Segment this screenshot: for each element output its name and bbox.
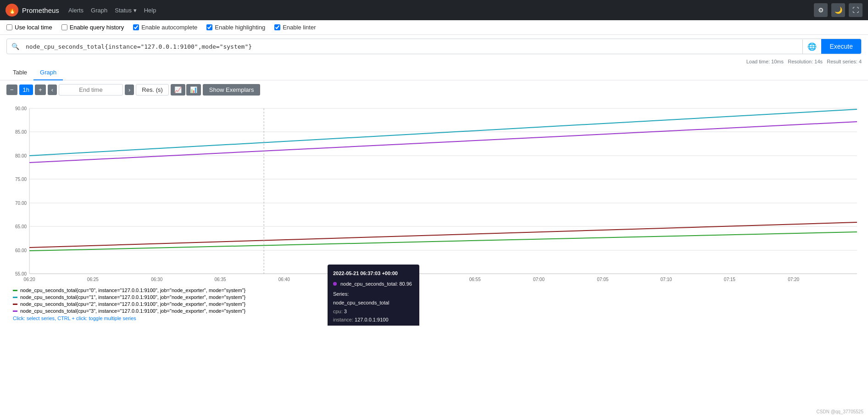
brand-name: Prometheus: [22, 6, 59, 14]
load-time: Load time: 10ms: [746, 59, 784, 64]
x-label-0720: 07:20: [788, 277, 799, 282]
duration-button[interactable]: 1h: [19, 85, 33, 95]
y-label-70: 70.00: [15, 201, 27, 206]
graph-toolbar: − 1h + ‹ › Res. (s) 📈 📊 Show Exemplars: [0, 80, 868, 99]
enable-linter-checkbox[interactable]: Enable linter: [274, 24, 316, 31]
y-label-85: 85.00: [15, 130, 27, 135]
stacked-chart-button[interactable]: 📊: [186, 84, 201, 96]
enable-autocomplete-input[interactable]: [133, 24, 139, 30]
legend-item-3[interactable]: node_cpu_seconds_total{cpu="3", instance…: [13, 308, 855, 314]
status-line: Load time: 10ms Resolution: 14s Result s…: [0, 58, 868, 65]
legend-color-0: [13, 290, 17, 291]
resolution-button[interactable]: Res. (s): [136, 84, 169, 96]
execute-button[interactable]: Execute: [821, 39, 861, 54]
x-label-0625: 06:25: [87, 277, 99, 282]
x-label-0700: 07:00: [533, 277, 545, 282]
result-series: Result series: 4: [827, 59, 862, 64]
legend-color-3: [13, 310, 17, 312]
brand: 🔥 Prometheus: [6, 4, 59, 17]
search-bar: 🔍 🌐 Execute: [6, 39, 862, 54]
nav-status[interactable]: Status ▾: [115, 7, 136, 14]
legend-item-0[interactable]: node_cpu_seconds_total{cpu="0", instance…: [13, 287, 855, 293]
use-local-time-checkbox[interactable]: Use local time: [6, 24, 52, 31]
legend-label-1: node_cpu_seconds_total{cpu="1", instance…: [20, 294, 245, 300]
options-bar: Use local time Enable query history Enab…: [0, 20, 868, 35]
nav-alerts[interactable]: Alerts: [68, 7, 83, 14]
enable-query-history-label: Enable query history: [70, 24, 124, 31]
enable-query-history-checkbox[interactable]: Enable query history: [61, 24, 124, 31]
x-label-0630: 06:30: [151, 277, 162, 282]
enable-autocomplete-checkbox[interactable]: Enable autocomplete: [133, 24, 197, 31]
settings-icon-button[interactable]: ⚙: [814, 3, 828, 17]
zoom-out-button[interactable]: −: [6, 85, 17, 95]
resolution: Resolution: 14s: [788, 59, 823, 64]
nav-links: Alerts Graph Status ▾ Help: [68, 7, 156, 14]
query-input[interactable]: [24, 39, 802, 54]
chart-area: 90.00 85.00 80.00 75.00 70.00 65.00 60.0…: [6, 99, 862, 283]
legend-color-2: [13, 304, 17, 305]
enable-query-history-input[interactable]: [61, 24, 67, 30]
fullscreen-button[interactable]: ⛶: [849, 3, 862, 17]
show-exemplars-button[interactable]: Show Exemplars: [203, 84, 261, 96]
chart-svg: 90.00 85.00 80.00 75.00 70.00 65.00 60.0…: [6, 99, 862, 283]
legend-item-2[interactable]: node_cpu_seconds_total{cpu="2", instance…: [13, 301, 855, 307]
legend-item-1[interactable]: node_cpu_seconds_total{cpu="1", instance…: [13, 294, 855, 300]
enable-autocomplete-label: Enable autocomplete: [141, 24, 197, 31]
enable-highlighting-input[interactable]: [206, 24, 212, 30]
x-label-0635: 06:35: [214, 277, 226, 282]
x-label-0645: 06:45: [342, 277, 353, 282]
navbar-right: ⚙ 🌙 ⛶: [814, 3, 862, 17]
search-right: 🌐 Execute: [802, 39, 861, 54]
nav-help[interactable]: Help: [144, 7, 156, 14]
chart-type-buttons: 📈 📊: [171, 84, 201, 96]
graph-container: 90.00 85.00 80.00 75.00 70.00 65.00 60.0…: [6, 99, 862, 326]
legend-color-1: [13, 297, 17, 298]
theme-toggle-button[interactable]: 🌙: [831, 3, 845, 17]
legend: node_cpu_seconds_total{cpu="0", instance…: [6, 283, 862, 326]
y-label-65: 65.00: [15, 224, 27, 229]
enable-highlighting-checkbox[interactable]: Enable highlighting: [206, 24, 265, 31]
y-label-60: 60.00: [15, 248, 27, 253]
search-icon: 🔍: [7, 43, 24, 50]
x-label-0620: 06:20: [24, 277, 35, 282]
x-label-0640: 06:40: [278, 277, 290, 282]
time-next-button[interactable]: ›: [125, 85, 134, 95]
y-label-75: 75.00: [15, 177, 27, 182]
y-label-80: 80.00: [15, 153, 27, 158]
use-local-time-input[interactable]: [6, 24, 12, 30]
x-label-0705: 07:05: [597, 277, 608, 282]
x-label-0655: 06:55: [469, 277, 481, 282]
tab-graph[interactable]: Graph: [33, 65, 63, 80]
nav-graph[interactable]: Graph: [91, 7, 107, 14]
x-label-0710: 07:10: [661, 277, 672, 282]
line-chart-button[interactable]: 📈: [171, 84, 185, 96]
time-prev-button[interactable]: ‹: [48, 85, 57, 95]
navbar: 🔥 Prometheus Alerts Graph Status ▾ Help …: [0, 0, 868, 20]
y-label-55: 55.00: [15, 271, 27, 276]
end-time-input[interactable]: [59, 84, 123, 96]
x-label-0650: 06:50: [406, 277, 417, 282]
series-3-line: [29, 122, 857, 163]
zoom-in-button[interactable]: +: [35, 85, 46, 95]
legend-label-3: node_cpu_seconds_total{cpu="3", instance…: [20, 308, 245, 314]
prometheus-logo: 🔥: [6, 4, 18, 17]
y-label-90: 90.00: [15, 106, 27, 111]
series-2-line: [29, 109, 857, 156]
tab-table[interactable]: Table: [6, 65, 33, 80]
legend-label-2: node_cpu_seconds_total{cpu="2", instance…: [20, 301, 245, 307]
legend-label-0: node_cpu_seconds_total{cpu="0", instance…: [20, 287, 245, 293]
legend-click-hint: Click: select series, CTRL + click: togg…: [13, 316, 855, 321]
use-local-time-label: Use local time: [15, 24, 52, 31]
tabs-row: Table Graph: [0, 65, 868, 80]
x-label-0715: 07:15: [724, 277, 735, 282]
enable-linter-label: Enable linter: [283, 24, 316, 31]
enable-highlighting-label: Enable highlighting: [215, 24, 265, 31]
metrics-explorer-button[interactable]: 🌐: [802, 39, 821, 54]
enable-linter-input[interactable]: [274, 24, 280, 30]
